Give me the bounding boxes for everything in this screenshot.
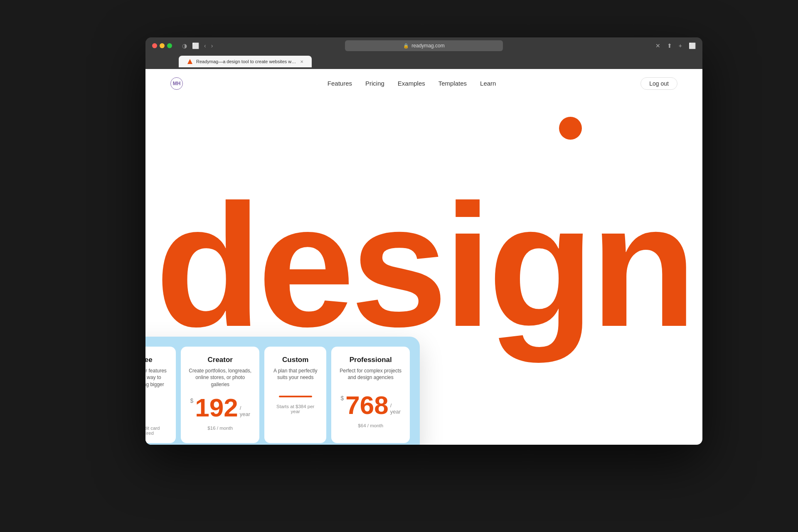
plan-creator-currency: $ (190, 397, 193, 404)
close-button[interactable] (152, 43, 157, 48)
plan-professional-name: Professional (339, 356, 402, 364)
nav-examples[interactable]: Examples (398, 80, 425, 87)
plan-free[interactable]: Free Try out our features on your way to… (145, 347, 176, 443)
plan-custom-subtext: Starts at $384 per year (272, 404, 319, 414)
nav-pricing[interactable]: Pricing (365, 80, 384, 87)
close-tab-icon[interactable]: ✕ (655, 42, 660, 49)
forward-icon[interactable]: › (211, 42, 213, 49)
svg-marker-0 (187, 59, 192, 64)
plan-creator-desc: Create portfolios, longreads, online sto… (188, 367, 252, 388)
plan-professional-price-row: $ 768 / year (339, 392, 402, 418)
plan-creator-subtext: $16 / month (188, 426, 252, 431)
maximize-button[interactable] (167, 43, 172, 48)
browser-titlebar: ◑ ⬜ ‹ › 🔒 readymag.com ✕ ⬆ + ⬜ (145, 37, 702, 54)
back-icon[interactable]: ‹ (204, 42, 206, 49)
custom-price-line (279, 396, 312, 397)
plan-professional-amount: 768 (345, 392, 388, 418)
url-text: readymag.com (411, 43, 444, 49)
plan-professional-currency: $ (340, 395, 344, 401)
plan-professional-subtext: $64 / month (339, 423, 402, 428)
browser-tab-bar: Readymag—a design tool to create website… (145, 54, 702, 69)
plan-custom[interactable]: Custom A plan that perfectly suits your … (264, 347, 326, 443)
hero-word: design (155, 178, 693, 353)
browser-actions: ✕ ⬆ + ⬜ (655, 42, 696, 49)
hero-dot (559, 117, 582, 140)
plan-free-price-row: $ 0 (145, 395, 168, 421)
user-avatar[interactable]: MH (170, 77, 183, 90)
pricing-overlay: Free Try out our features on your way to… (145, 337, 420, 445)
split-view-icon: ⬜ (192, 42, 199, 49)
share-icon[interactable]: ⬆ (667, 42, 672, 49)
plan-free-name: Free (145, 356, 168, 364)
plan-professional-period: / year (390, 402, 401, 415)
nav-templates[interactable]: Templates (438, 80, 467, 87)
browser-window: ◑ ⬜ ‹ › 🔒 readymag.com ✕ ⬆ + ⬜ (145, 37, 702, 445)
plan-creator[interactable]: Creator Create portfolios, longreads, on… (181, 347, 259, 443)
plan-free-desc: Try out our features on your way to some… (145, 367, 168, 388)
tab-favicon (187, 59, 193, 64)
plan-creator-name: Creator (188, 356, 252, 364)
address-bar[interactable]: 🔒 readymag.com (345, 40, 503, 51)
plan-creator-price-row: $ 192 / year (188, 395, 252, 421)
plan-custom-desc: A plan that perfectly suits your needs (272, 367, 319, 386)
browser-controls: ◑ ⬜ ‹ › (182, 42, 213, 49)
sidebar-icon[interactable]: ⬜ (689, 42, 696, 49)
lock-icon: 🔒 (403, 43, 409, 49)
pricing-cards: Free Try out our features on your way to… (145, 347, 410, 443)
new-tab-icon[interactable]: + (679, 42, 682, 49)
logout-button[interactable]: Log out (640, 77, 677, 90)
plan-creator-period: / year (240, 405, 250, 417)
plan-free-subtext: No credit card required (145, 426, 168, 436)
nav-learn[interactable]: Learn (480, 80, 496, 87)
nav-links: Features Pricing Examples Templates Lear… (328, 80, 496, 87)
plan-professional[interactable]: Professional Perfect for complex project… (331, 347, 410, 443)
website-content: MH Features Pricing Examples Templates L… (145, 69, 702, 445)
minimize-button[interactable] (160, 43, 165, 48)
plan-custom-name: Custom (272, 356, 319, 364)
tab-close-icon[interactable]: ✕ (300, 59, 303, 64)
active-tab[interactable]: Readymag—a design tool to create website… (179, 56, 312, 67)
traffic-lights (152, 43, 172, 48)
browser-chrome: ◑ ⬜ ‹ › 🔒 readymag.com ✕ ⬆ + ⬜ (145, 37, 702, 69)
contrast-icon: ◑ (182, 42, 187, 49)
tab-title-text: Readymag—a design tool to create website… (196, 59, 297, 64)
site-nav: MH Features Pricing Examples Templates L… (145, 69, 702, 98)
plan-professional-desc: Perfect for complex projects and design … (339, 367, 402, 386)
plan-creator-amount: 192 (195, 395, 238, 421)
nav-features[interactable]: Features (328, 80, 352, 87)
